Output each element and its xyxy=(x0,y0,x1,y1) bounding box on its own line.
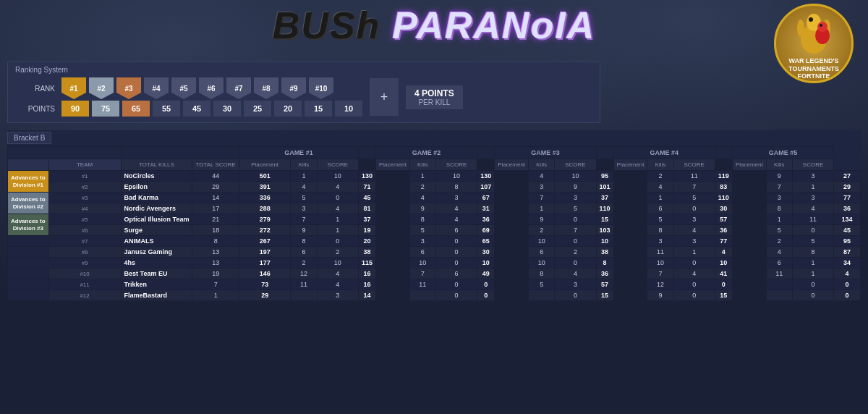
game-3-score: 10 xyxy=(596,236,613,247)
game-2-score: 130 xyxy=(477,171,495,182)
game-3-kills: 7 xyxy=(555,225,596,236)
total-kills: 14 xyxy=(192,193,239,203)
game-5-score: 29 xyxy=(834,182,861,193)
team-name: 4hs xyxy=(121,258,192,269)
total-kills: 19 xyxy=(192,269,239,279)
team-name: Epsilon xyxy=(121,182,192,193)
game-2-score: 107 xyxy=(477,182,495,193)
game-3-placement: 3 xyxy=(529,182,555,193)
game-4-kills: 1 xyxy=(673,247,715,258)
team-rank: #12 xyxy=(48,290,121,301)
advances-cell-2: Advances toDivision #2 xyxy=(8,193,49,214)
game-5-kills: 4 xyxy=(792,203,833,214)
game-1-placement: 12 xyxy=(291,269,317,279)
total-kills: 13 xyxy=(192,247,239,258)
game-1-score: 45 xyxy=(358,193,375,203)
col-g4-score: SCORE xyxy=(673,159,715,171)
game-1-kills: 1 xyxy=(317,214,358,225)
game-3-placement: 1 xyxy=(529,203,555,214)
table-row: Advances toDivision #1 #1 NoCircles 44 5… xyxy=(8,171,861,182)
logo-text: WAR LEGEND'S TOURNAMENTS FORTNITE xyxy=(788,57,839,80)
game-1-kills: 3 xyxy=(317,290,358,301)
game-5-kills: 0 xyxy=(792,225,833,236)
game-5-score: 34 xyxy=(834,258,861,269)
title-bush: BUSh xyxy=(273,4,381,46)
game-5-score: 4 xyxy=(834,269,861,279)
game-1-placement: 11 xyxy=(291,279,317,290)
svg-point-2 xyxy=(809,17,813,22)
game-4-placement: 11 xyxy=(647,247,673,258)
game-4-score: 30 xyxy=(715,203,732,214)
game-1-kills: 10 xyxy=(317,171,358,182)
game-5-score: 134 xyxy=(834,214,861,225)
team-rank: #9 xyxy=(48,258,121,269)
no-advance-cell xyxy=(8,290,49,301)
team-rank: #6 xyxy=(48,225,121,236)
game-4-placement: 4 xyxy=(647,182,673,193)
game-1-kills: 4 xyxy=(317,182,358,193)
col-g5-kills: Kills xyxy=(766,159,792,171)
rank-badge-#2: #2 xyxy=(89,77,114,99)
game-5-placement: 4 xyxy=(766,247,792,258)
ranking-label: Ranking System xyxy=(15,66,592,74)
game-5-placement: 5 xyxy=(766,225,792,236)
points-val-#9: 15 xyxy=(305,101,332,117)
table-row: #12 FlameBastard 1 29 3 14 0 0 0 15 9 0 … xyxy=(8,290,861,301)
points-label: POINTS xyxy=(15,105,55,113)
game-1-score: 16 xyxy=(358,269,375,279)
game-2-placement: 1 xyxy=(409,171,435,182)
ranking-system: Ranking System RANK #1#2#3#4#5#6#7#8#9#1… xyxy=(7,62,600,123)
game-4-placement: 8 xyxy=(647,225,673,236)
game-5-placement: 8 xyxy=(766,203,792,214)
game-5-score: 95 xyxy=(834,236,861,247)
game-3-score: 101 xyxy=(596,182,613,193)
points-val-#1: 90 xyxy=(61,101,89,117)
rank-badge-#4: #4 xyxy=(144,77,169,99)
game1-header: GAME #1 xyxy=(239,147,358,159)
game-2-score: 30 xyxy=(477,247,495,258)
rank-badge-#6: #6 xyxy=(199,77,224,99)
game-3-placement: 4 xyxy=(529,171,555,182)
game-5-kills: 3 xyxy=(792,171,833,182)
game-4-score: 110 xyxy=(715,193,732,203)
game-2-score: 10 xyxy=(477,258,495,269)
rank-badges: #1#2#3#4#5#6#7#8#9#10 xyxy=(61,77,333,99)
game-1-kills: 2 xyxy=(317,247,358,258)
game-3-placement: 10 xyxy=(529,236,555,247)
total-kills: 13 xyxy=(192,258,239,269)
game-4-kills: 0 xyxy=(673,279,715,290)
game-1-placement: 5 xyxy=(291,193,317,203)
game-5-score: 77 xyxy=(834,193,861,203)
game-3-placement: 9 xyxy=(529,214,555,225)
team-name: ANIMALS xyxy=(121,236,192,247)
game-3-score: 37 xyxy=(596,193,613,203)
team-name: Nordic Avengers xyxy=(121,203,192,214)
total-score: 336 xyxy=(239,193,291,203)
game-5-placement: 6 xyxy=(766,258,792,269)
game-5-score: 87 xyxy=(834,247,861,258)
game-2-placement: 4 xyxy=(409,193,435,203)
team-rank: #5 xyxy=(48,214,121,225)
game-5-kills: 0 xyxy=(792,290,833,301)
game-2-kills: 0 xyxy=(435,236,477,247)
game-2-score: 0 xyxy=(477,279,495,290)
game-5-score: 36 xyxy=(834,203,861,214)
total-score: 73 xyxy=(239,279,291,290)
team-rank: #8 xyxy=(48,247,121,258)
game-1-placement: 4 xyxy=(291,182,317,193)
game-2-placement: 11 xyxy=(409,279,435,290)
game-3-kills: 5 xyxy=(555,203,596,214)
table-row: #4 Nordic Avengers 17 288 3 4 81 9 4 31 … xyxy=(8,203,861,214)
logo-area: WAR LEGEND'S TOURNAMENTS FORTNITE xyxy=(774,4,854,83)
game-5-kills: 8 xyxy=(792,247,833,258)
game-3-score: 103 xyxy=(596,225,613,236)
game-1-placement: 1 xyxy=(291,171,317,182)
col-g3-placement: Placement xyxy=(495,159,529,171)
svg-point-3 xyxy=(797,20,804,37)
game4-header: GAME #4 xyxy=(613,147,715,159)
rank-label: RANK xyxy=(15,85,55,93)
col-g1-kills: Kills xyxy=(291,159,317,171)
game-2-kills: 10 xyxy=(435,171,477,182)
game-5-kills: 1 xyxy=(792,258,833,269)
game-3-kills: 0 xyxy=(555,214,596,225)
